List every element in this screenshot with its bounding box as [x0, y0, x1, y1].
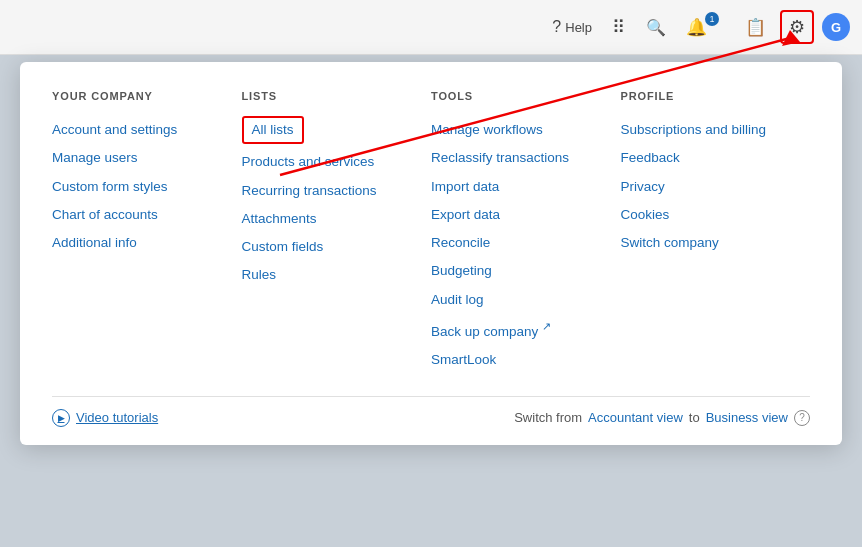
search-button[interactable]: 🔍 — [640, 14, 672, 41]
your-company-header: YOUR COMPANY — [52, 90, 226, 102]
subscriptions-billing-link[interactable]: Subscriptions and billing — [621, 116, 795, 144]
external-link-icon: ↗ — [542, 320, 551, 332]
custom-form-styles-link[interactable]: Custom form styles — [52, 173, 226, 201]
manage-users-link[interactable]: Manage users — [52, 144, 226, 172]
products-services-link[interactable]: Products and services — [242, 148, 416, 176]
to-text: to — [689, 410, 700, 425]
import-data-link[interactable]: Import data — [431, 173, 605, 201]
business-view-link[interactable]: Business view — [706, 410, 788, 425]
dropdown-footer: ▶ Video tutorials Switch from Accountant… — [52, 396, 810, 427]
video-tutorials-link[interactable]: ▶ Video tutorials — [52, 409, 158, 427]
export-data-link[interactable]: Export data — [431, 201, 605, 229]
backup-label: Back up company — [431, 323, 538, 338]
accountant-view-link[interactable]: Accountant view — [588, 410, 683, 425]
help-circle-icon: ? — [552, 18, 561, 36]
manage-workflows-link[interactable]: Manage workflows — [431, 116, 605, 144]
feedback-link[interactable]: Feedback — [621, 144, 795, 172]
additional-info-link[interactable]: Additional info — [52, 229, 226, 257]
tools-header: TOOLS — [431, 90, 605, 102]
search-icon: 🔍 — [646, 18, 666, 37]
chart-of-accounts-link[interactable]: Chart of accounts — [52, 201, 226, 229]
backup-company-link[interactable]: Back up company ↗ — [431, 314, 605, 346]
profile-header: PROFILE — [621, 90, 795, 102]
custom-fields-link[interactable]: Custom fields — [242, 233, 416, 261]
cookies-link[interactable]: Cookies — [621, 201, 795, 229]
play-icon: ▶ — [52, 409, 70, 427]
avatar-letter: G — [831, 20, 841, 35]
grid-icon: ⠿ — [612, 16, 626, 38]
clipboard-icon: 📋 — [745, 17, 766, 38]
notification-bell[interactable]: 🔔 1 — [680, 13, 731, 42]
rules-link[interactable]: Rules — [242, 261, 416, 289]
settings-dropdown: YOUR COMPANY Account and settings Manage… — [20, 62, 842, 445]
lists-column: LISTS All lists Products and services Re… — [242, 90, 432, 374]
attachments-link[interactable]: Attachments — [242, 205, 416, 233]
menu-columns: YOUR COMPANY Account and settings Manage… — [52, 90, 810, 374]
tools-column: TOOLS Manage workflows Reclassify transa… — [431, 90, 621, 374]
all-lists-link[interactable]: All lists — [242, 116, 304, 144]
recurring-transactions-link[interactable]: Recurring transactions — [242, 177, 416, 205]
audit-log-link[interactable]: Audit log — [431, 286, 605, 314]
budgeting-link[interactable]: Budgeting — [431, 257, 605, 285]
gear-icon: ⚙ — [789, 16, 805, 38]
help-button[interactable]: ? Help — [546, 14, 598, 40]
switch-from-text: Switch from — [514, 410, 582, 425]
switch-view-container: Switch from Accountant view to Business … — [514, 410, 810, 426]
gear-button[interactable]: ⚙ — [780, 10, 814, 44]
account-settings-link[interactable]: Account and settings — [52, 116, 226, 144]
avatar[interactable]: G — [822, 13, 850, 41]
notification-badge: 1 — [705, 12, 719, 26]
video-tutorials-label: Video tutorials — [76, 410, 158, 425]
bell-icon: 🔔 — [686, 17, 707, 38]
profile-column: PROFILE Subscriptions and billing Feedba… — [621, 90, 811, 374]
lists-header: LISTS — [242, 90, 416, 102]
switch-company-link[interactable]: Switch company — [621, 229, 795, 257]
smartlook-link[interactable]: SmartLook — [431, 346, 605, 374]
top-bar: ? Help ⠿ 🔍 🔔 1 📋 ⚙ G — [0, 0, 862, 55]
privacy-link[interactable]: Privacy — [621, 173, 795, 201]
clipboard-button[interactable]: 📋 — [739, 13, 772, 42]
your-company-column: YOUR COMPANY Account and settings Manage… — [52, 90, 242, 374]
help-label: Help — [565, 20, 592, 35]
reconcile-link[interactable]: Reconcile — [431, 229, 605, 257]
switch-help-icon[interactable]: ? — [794, 410, 810, 426]
apps-button[interactable]: ⠿ — [606, 12, 632, 42]
reclassify-transactions-link[interactable]: Reclassify transactions — [431, 144, 605, 172]
